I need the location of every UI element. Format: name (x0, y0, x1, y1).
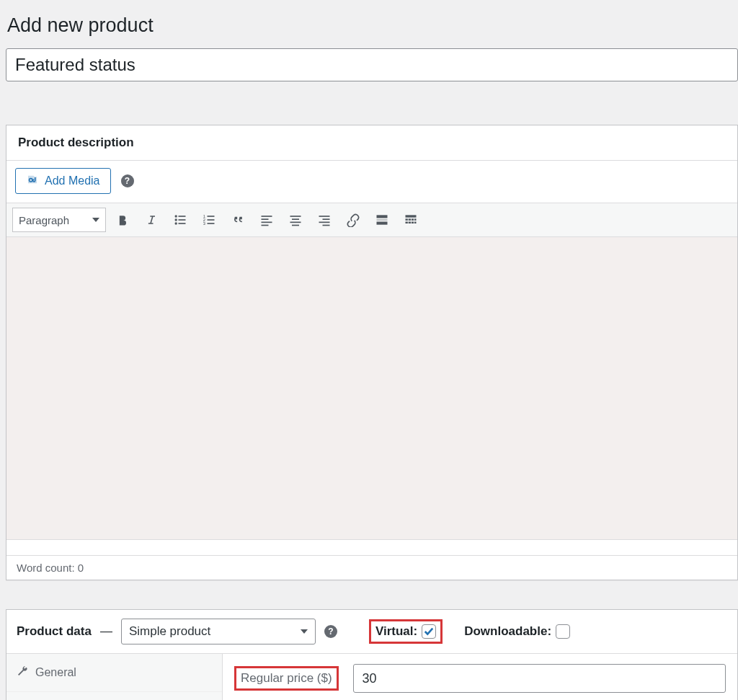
downloadable-checkbox[interactable] (556, 624, 570, 639)
align-left-button[interactable] (254, 208, 279, 232)
virtual-label: Virtual: (375, 624, 417, 639)
product-description-panel: Product description Add Media ? Paragrap… (6, 125, 738, 580)
svg-rect-12 (208, 223, 215, 224)
svg-rect-24 (323, 225, 330, 226)
add-media-label: Add Media (45, 174, 100, 187)
svg-rect-28 (406, 215, 417, 217)
format-select-label: Paragraph (19, 214, 69, 226)
editor-toolbar: Paragraph 123 (6, 203, 737, 236)
svg-rect-13 (262, 216, 272, 217)
svg-rect-22 (323, 218, 330, 220)
svg-point-2 (175, 218, 177, 221)
camera-music-icon (26, 173, 39, 189)
tab-general[interactable]: General (6, 654, 222, 692)
svg-text:3: 3 (203, 221, 205, 226)
read-more-button[interactable] (370, 208, 394, 232)
blockquote-button[interactable] (226, 208, 250, 232)
svg-point-1 (175, 215, 177, 217)
word-count: Word count: 0 (6, 555, 737, 580)
svg-rect-4 (179, 216, 186, 217)
product-data-heading: Product data (17, 624, 92, 639)
bullet-list-button[interactable] (168, 208, 192, 232)
svg-rect-26 (377, 219, 388, 221)
svg-rect-18 (292, 218, 299, 220)
link-button[interactable] (341, 208, 365, 232)
tab-general-label: General (35, 666, 76, 679)
svg-point-3 (175, 222, 177, 224)
numbered-list-button[interactable]: 123 (197, 208, 221, 232)
svg-rect-34 (409, 222, 411, 224)
format-select[interactable]: Paragraph (12, 208, 106, 232)
product-name-input[interactable] (6, 48, 738, 81)
svg-rect-27 (377, 222, 388, 225)
align-right-button[interactable] (312, 208, 337, 232)
page-title: Add new product (0, 0, 738, 48)
svg-rect-32 (414, 218, 417, 221)
wrench-icon (17, 665, 28, 680)
help-icon[interactable]: ? (121, 174, 134, 187)
product-data-dash: — (100, 624, 112, 639)
svg-rect-20 (292, 225, 299, 226)
svg-rect-35 (412, 222, 414, 224)
svg-rect-10 (208, 216, 215, 217)
product-data-tabs: General (6, 654, 223, 700)
svg-rect-19 (290, 222, 301, 223)
virtual-highlight: Virtual: (369, 619, 443, 644)
svg-rect-33 (406, 222, 408, 224)
align-center-button[interactable] (283, 208, 308, 232)
svg-rect-16 (262, 225, 269, 226)
svg-rect-29 (406, 218, 408, 221)
svg-rect-14 (262, 218, 269, 220)
svg-rect-17 (290, 216, 301, 217)
help-icon[interactable]: ? (324, 625, 337, 638)
svg-rect-21 (319, 216, 330, 217)
regular-price-input[interactable] (353, 664, 726, 693)
chevron-down-icon (92, 218, 99, 222)
svg-rect-11 (208, 219, 215, 221)
svg-rect-36 (414, 222, 417, 224)
svg-rect-6 (179, 223, 186, 224)
regular-price-label: Regular price ($) (241, 671, 332, 685)
editor-spacer (6, 539, 737, 555)
editor-content-area[interactable] (6, 236, 737, 539)
svg-rect-31 (412, 218, 414, 221)
product-type-selected: Simple product (129, 624, 210, 639)
svg-rect-23 (319, 222, 330, 223)
regular-price-highlight: Regular price ($) (234, 666, 339, 691)
product-description-heading: Product description (6, 125, 737, 161)
bold-button[interactable] (110, 208, 135, 232)
add-media-button[interactable]: Add Media (15, 168, 111, 194)
product-data-panel: Product data — Simple product ? Virtual:… (6, 609, 738, 700)
svg-rect-15 (262, 222, 272, 223)
virtual-checkbox[interactable] (422, 624, 436, 639)
product-type-select[interactable]: Simple product (121, 619, 316, 644)
toolbar-toggle-button[interactable] (399, 208, 423, 232)
italic-button[interactable] (139, 208, 164, 232)
svg-rect-5 (179, 219, 186, 221)
chevron-down-icon (301, 629, 308, 634)
svg-rect-30 (409, 218, 411, 221)
downloadable-label: Downloadable: (464, 624, 551, 639)
svg-rect-25 (377, 215, 388, 218)
